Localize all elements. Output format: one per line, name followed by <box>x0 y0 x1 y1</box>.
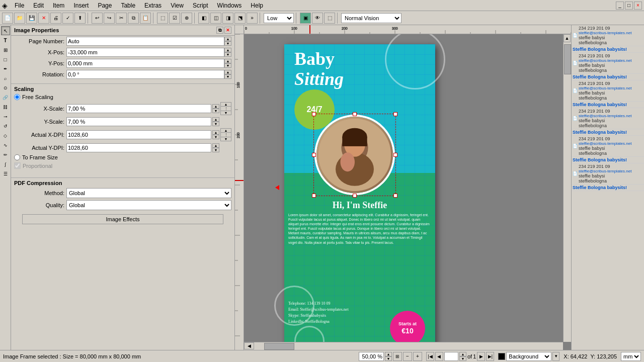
y-pos-input[interactable] <box>66 59 224 68</box>
x-pos-down[interactable]: ▼ <box>224 52 231 57</box>
cut-btn[interactable]: ✂ <box>116 13 127 24</box>
node-tool-btn[interactable]: ◇ <box>1 131 10 140</box>
close-doc-btn[interactable]: ✕ <box>38 13 49 24</box>
new-btn[interactable]: 📄 <box>2 13 13 24</box>
y-scale-up[interactable]: ▲ <box>212 117 219 122</box>
actual-y-dpi-input[interactable] <box>66 143 211 152</box>
scale-link-down[interactable]: ▼ <box>221 111 231 115</box>
menu-table[interactable]: Table <box>117 1 139 10</box>
zoom-tool-btn[interactable]: ⌕ <box>1 74 10 83</box>
menu-page[interactable]: Page <box>94 1 116 10</box>
horizontal-scrollbar[interactable]: ◀ <box>244 342 563 350</box>
proportional-checkbox[interactable] <box>14 162 21 169</box>
actual-x-dpi-input[interactable] <box>66 130 211 139</box>
menu-help[interactable]: Help <box>247 1 267 10</box>
canvas-area[interactable]: 0 100 200 300 <box>235 25 571 350</box>
actual-y-dpi-down[interactable]: ▼ <box>212 148 219 152</box>
align-center-btn[interactable]: ◫ <box>210 13 221 24</box>
menu-item[interactable]: Item <box>49 1 68 10</box>
rotation-down[interactable]: ▼ <box>224 74 231 79</box>
print-btn[interactable]: 🖨 <box>50 13 61 24</box>
paste-btn[interactable]: 📋 <box>140 13 151 24</box>
rotation-up[interactable]: ▲ <box>224 70 231 74</box>
rotation-input[interactable] <box>66 70 224 79</box>
unit-selector[interactable]: mm <box>621 352 641 361</box>
color-btn[interactable]: ▣ <box>300 13 311 24</box>
menu-extras[interactable]: Extras <box>140 1 166 10</box>
dpi-link-down[interactable]: ▼ <box>221 137 231 141</box>
menu-edit[interactable]: Edit <box>29 1 48 10</box>
zoom-fit-btn[interactable]: ⊞ <box>393 352 402 361</box>
preview-btn[interactable]: 👁 <box>312 13 323 24</box>
page-num-down[interactable]: ▼ <box>459 356 466 361</box>
preflight-btn[interactable]: ✓ <box>62 13 73 24</box>
photo-frame[interactable] <box>314 115 395 195</box>
table-tool-btn[interactable]: ⊞ <box>1 45 10 54</box>
menu-insert[interactable]: Insert <box>69 1 93 10</box>
zoom-in-btn[interactable]: + <box>413 352 422 361</box>
pen-tool-btn[interactable]: ✒ <box>1 64 10 73</box>
y-scale-input[interactable] <box>66 117 211 126</box>
x-scale-input[interactable] <box>66 104 211 113</box>
actual-x-dpi-down[interactable]: ▼ <box>212 135 219 139</box>
h-scroll-thumb[interactable] <box>264 343 294 350</box>
layers-tool-btn[interactable]: ☰ <box>1 169 10 178</box>
redo-btn[interactable]: ↪ <box>104 13 115 24</box>
zoom-out-btn[interactable]: − <box>403 352 412 361</box>
v-scroll-thumb[interactable] <box>564 44 571 74</box>
vertical-scrollbar[interactable]: ▲ <box>563 34 571 342</box>
scale-link-up[interactable]: ▲ <box>221 103 231 107</box>
actual-x-dpi-up[interactable]: ▲ <box>212 130 219 135</box>
close-btn[interactable]: × <box>634 2 642 10</box>
y-pos-up[interactable]: ▲ <box>224 59 231 63</box>
panel-float-btn[interactable]: ⧉ <box>216 27 223 34</box>
page-number-up[interactable]: ▲ <box>224 37 231 41</box>
dpi-link-mid[interactable]: ⋮ <box>221 133 231 137</box>
dpi-link-up[interactable]: ▲ <box>221 129 231 133</box>
arrow-tool-btn[interactable]: ↖ <box>1 26 10 35</box>
v-scroll-up[interactable]: ▲ <box>564 34 571 42</box>
menu-view[interactable]: View <box>167 1 188 10</box>
text-tool-btn[interactable]: T <box>1 36 10 45</box>
menu-windows[interactable]: Windows <box>213 1 246 10</box>
y-pos-down[interactable]: ▼ <box>224 63 231 68</box>
quality-select[interactable]: Low <box>264 13 294 23</box>
handle-bl[interactable] <box>312 194 316 198</box>
snap-btn[interactable]: ⊕ <box>181 13 192 24</box>
check-btn[interactable]: ☑ <box>169 13 180 24</box>
layer-arrow[interactable]: ▼ <box>552 352 559 361</box>
panel-close-btn[interactable]: ✕ <box>224 27 231 34</box>
x-scale-up[interactable]: ▲ <box>212 104 219 109</box>
h-scroll-left[interactable]: ◀ <box>244 342 254 349</box>
page-current-input[interactable]: 1 <box>444 352 458 361</box>
frame-btn[interactable]: ⬚ <box>157 13 168 24</box>
to-frame-size-radio[interactable] <box>14 154 20 160</box>
eyedropper-tool-btn[interactable]: ⊙ <box>1 83 10 93</box>
copy-link-tool-btn[interactable]: ⛓ <box>1 103 10 112</box>
page-first-btn[interactable]: |◀ <box>426 352 434 361</box>
page-next-btn[interactable]: ▶ <box>477 352 485 361</box>
quality-select-pdf[interactable]: Global <box>66 200 231 210</box>
align-left-btn[interactable]: ◧ <box>198 13 209 24</box>
zoom-input[interactable] <box>359 352 384 361</box>
export-pdf-btn[interactable]: ⬆ <box>74 13 86 24</box>
align-right-btn[interactable]: ◨ <box>222 13 233 24</box>
page-num-up[interactable]: ▲ <box>459 352 466 356</box>
open-btn[interactable]: 📁 <box>14 13 25 24</box>
layer-dropdown[interactable]: Background <box>506 352 551 361</box>
page-number-input[interactable] <box>66 37 224 46</box>
page-number-down[interactable]: ▼ <box>224 41 231 46</box>
x-pos-input[interactable] <box>66 48 224 57</box>
more-btn[interactable]: » <box>247 13 258 24</box>
menu-script[interactable]: Script <box>189 1 212 10</box>
handle-br[interactable] <box>393 194 397 198</box>
save-btn[interactable]: 💾 <box>26 13 37 24</box>
restore-btn[interactable]: □ <box>625 2 633 10</box>
method-select[interactable]: Global <box>66 188 231 198</box>
x-pos-up[interactable]: ▲ <box>224 48 231 52</box>
scale-link-mid[interactable]: ⋮ <box>221 107 231 111</box>
calligraph-tool-btn[interactable]: ∫ <box>1 160 10 169</box>
link-tool-btn[interactable]: 🔗 <box>1 93 10 102</box>
actual-y-dpi-up[interactable]: ▲ <box>212 143 219 148</box>
menu-file[interactable]: File <box>11 1 28 10</box>
